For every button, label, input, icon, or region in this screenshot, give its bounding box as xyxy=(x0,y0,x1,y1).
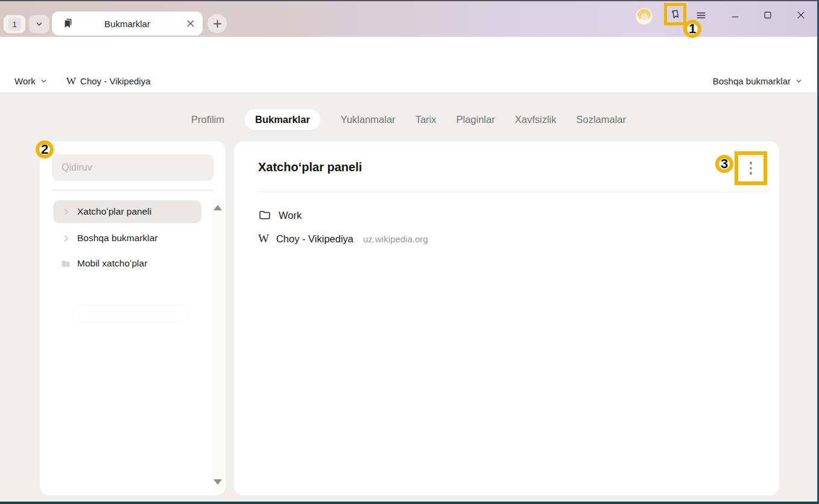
folder-work-label: Work xyxy=(14,76,36,86)
sidebar-item-label: Xatchoʻplar paneli xyxy=(77,206,151,217)
sidebar-item-bookmarks-panel[interactable]: Xatchoʻplar paneli xyxy=(53,200,201,223)
scroll-down-icon[interactable] xyxy=(213,479,222,485)
bookmarks-bar: Work W Choy - Vikipediya Boshqa bukmarkl… xyxy=(0,70,817,92)
bookmarks-manager-page: Profilim Bukmarklar Yuklanmalar Tarix Pl… xyxy=(0,92,817,502)
drag-ghost-artifact xyxy=(72,305,188,322)
tab-profilim[interactable]: Profilim xyxy=(191,114,224,125)
scroll-up-icon[interactable] xyxy=(213,205,222,210)
window-maximize-button[interactable] xyxy=(760,7,776,23)
tab-title: Bukmarklar xyxy=(104,19,150,29)
maximize-icon xyxy=(762,10,773,20)
tab-list-dropdown-button[interactable] xyxy=(29,15,49,33)
tab-sozlamalar[interactable]: Sozlamalar xyxy=(576,114,626,125)
active-tab[interactable]: Bukmarklar xyxy=(52,11,203,36)
other-bookmarks-button[interactable]: Boshqa bukmarklar xyxy=(713,70,803,92)
new-tab-button[interactable] xyxy=(207,14,227,33)
annotation-step-2: 2 xyxy=(36,140,54,159)
profile-avatar[interactable] xyxy=(636,8,653,25)
settings-nav-tabs: Profilim Bukmarklar Yuklanmalar Tarix Pl… xyxy=(191,108,626,131)
sidebar-item-label: Boshqa bukmarklar xyxy=(77,233,158,244)
plus-icon xyxy=(212,19,223,29)
tab-yuklanmalar[interactable]: Yuklanmalar xyxy=(341,114,396,125)
wikipedia-w-icon: W xyxy=(258,232,269,245)
tab-plaginlar[interactable]: Plaginlar xyxy=(456,114,495,125)
bookmarks-favicon-icon xyxy=(62,17,74,30)
bookmarks-bar-folder-work[interactable]: Work xyxy=(14,70,48,92)
tab-counter-value: 1 xyxy=(8,17,21,31)
tab-bukmarklar[interactable]: Bukmarklar xyxy=(244,109,321,130)
window-close-button[interactable] xyxy=(793,7,809,23)
annotation-step-3: 3 xyxy=(715,155,733,173)
sidebar-item-mobile-bookmarks[interactable]: Mobil xatchoʻplar xyxy=(53,252,201,275)
annotation-highlight-box-3 xyxy=(735,151,767,185)
bookmark-row-choy[interactable]: W Choy - Vikipediya uz.wikipedia.org xyxy=(258,227,428,251)
tab-close-icon[interactable] xyxy=(186,19,195,28)
panel-menu-kebab-icon[interactable] xyxy=(750,162,753,175)
chevron-right-icon[interactable] xyxy=(60,206,71,217)
sidebar-item-label: Mobil xatchoʻplar xyxy=(77,258,147,269)
bookmark-choy-label: Choy - Vikipediya xyxy=(80,76,150,86)
close-icon xyxy=(795,10,806,20)
chevron-down-icon xyxy=(40,77,48,85)
other-bookmarks-label: Boshqa bukmarklar xyxy=(713,76,791,86)
bookmark-row-folder-work[interactable]: Work xyxy=(258,203,302,227)
wikipedia-w-icon: W xyxy=(66,75,76,87)
annotation-highlight-box-1 xyxy=(664,3,686,25)
panel-title: Xatchoʻplar paneli xyxy=(258,160,362,174)
bookmarks-panel-card: Xatchoʻplar paneli Work W Choy - Vikiped… xyxy=(234,141,779,496)
bookmarks-panel-icon[interactable] xyxy=(669,8,682,21)
sidebar-scrollbar[interactable] xyxy=(211,199,224,491)
address-toolbar: Я bookmarks Bukmarklar xyxy=(0,37,817,70)
bookmarks-bar-item-choy[interactable]: W Choy - Vikipediya xyxy=(66,70,151,92)
sidebar-item-other-bookmarks[interactable]: Boshqa bukmarklar xyxy=(53,227,201,250)
chevron-down-icon xyxy=(35,20,43,28)
bookmark-row-label: Choy - Vikipediya xyxy=(276,233,353,245)
folder-outline-icon xyxy=(258,209,271,222)
panel-divider xyxy=(258,192,767,192)
tab-tarix[interactable]: Tarix xyxy=(416,114,437,125)
sidebar-divider xyxy=(52,190,213,191)
bookmark-row-url: uz.wikipedia.org xyxy=(363,234,428,244)
hamburger-menu-icon xyxy=(695,10,707,21)
bookmark-row-label: Work xyxy=(279,210,302,221)
bookmarks-sidebar: Xatchoʻplar paneli Boshqa bukmarklar Mob… xyxy=(40,141,226,496)
tab-counter-button[interactable]: 1 xyxy=(4,15,25,33)
minimize-icon xyxy=(730,10,741,20)
annotation-step-1: 1 xyxy=(683,20,701,38)
folder-icon xyxy=(60,258,71,269)
tab-xavfsizlik[interactable]: Xavfsizlik xyxy=(515,114,557,125)
search-input[interactable] xyxy=(52,154,213,181)
window-minimize-button[interactable] xyxy=(727,7,743,23)
browser-window: 1 Bukmarklar xyxy=(0,0,819,504)
chevron-down-icon xyxy=(795,77,803,85)
chevron-right-icon[interactable] xyxy=(60,233,71,244)
